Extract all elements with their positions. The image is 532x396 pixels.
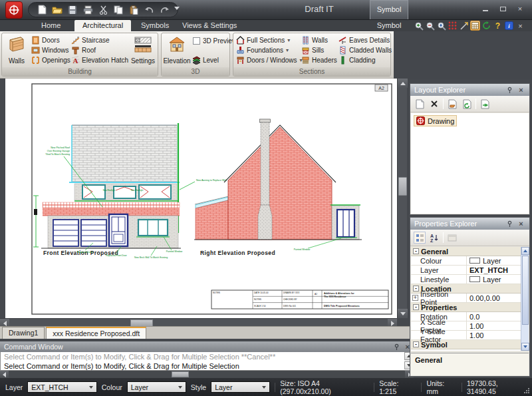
property-row-insertion-point[interactable]: +Insertion Point 0.00,0.00 <box>411 294 529 303</box>
view-toolbar: ? i × <box>414 21 525 31</box>
level-button[interactable]: Level <box>191 55 229 65</box>
calculator-pad-icon[interactable] <box>470 21 480 31</box>
delete-layout-icon[interactable] <box>428 98 440 110</box>
svg-text:DRAWN BY XXX: DRAWN BY XXX <box>283 292 300 294</box>
doc-tab-drawing1[interactable]: Drawing1 <box>2 327 45 339</box>
property-row-linestyle[interactable]: Linestyle Layer <box>411 275 529 284</box>
new-document-icon[interactable] <box>37 5 47 15</box>
ribbon: Walls Doors Windows Openings Staircase R… <box>0 31 532 79</box>
elevation-hatch-button[interactable]: AElevation Hatch <box>70 55 130 65</box>
cut-icon[interactable] <box>98 5 108 15</box>
section-general[interactable]: -General <box>411 247 529 256</box>
canvas-vertical-scrollbar[interactable] <box>397 79 407 318</box>
alphabetical-sort-icon[interactable]: AZ <box>428 232 440 244</box>
cladded-walls-button[interactable]: Cladded Walls <box>337 45 390 55</box>
walls-section-icon <box>301 36 310 45</box>
staircase-button[interactable]: Staircase <box>70 35 130 45</box>
symbol-context-tab[interactable]: Symbol <box>370 0 408 19</box>
pin-icon[interactable] <box>505 87 514 94</box>
import-layout-icon[interactable] <box>446 98 458 110</box>
close-icon[interactable]: × <box>517 220 525 228</box>
svg-text:New Pitched Roof: New Pitched Roof <box>51 146 70 149</box>
snap-icon[interactable] <box>459 21 469 31</box>
command-output[interactable]: Select Command or Item(s) to Modify, Cli… <box>0 352 414 371</box>
close-button[interactable]: × <box>513 4 527 13</box>
command-window: Command Window × Select Command or Item(… <box>0 341 414 378</box>
style-dropdown[interactable]: Layer <box>211 381 270 393</box>
property-row-colour[interactable]: Colour Layer <box>411 256 529 266</box>
grid-icon[interactable] <box>448 21 458 31</box>
section-symbol[interactable]: -Symbol <box>411 340 529 349</box>
windows-button[interactable]: Windows <box>30 45 70 55</box>
3d-preview-checkbox[interactable]: 3D Preview <box>191 35 229 46</box>
tab-views-settings[interactable]: Views & Settings <box>174 20 245 31</box>
full-sections-button[interactable]: Full Sections▾ <box>235 35 300 45</box>
property-row-y-scale[interactable]: Y Scale Factor 1.00 <box>411 331 529 340</box>
redo-icon[interactable] <box>159 5 170 15</box>
scroll-up-button[interactable] <box>398 79 408 88</box>
open-folder-icon[interactable] <box>52 5 63 15</box>
walls-button[interactable]: Walls <box>3 35 30 66</box>
zoom-out-icon[interactable] <box>425 21 435 31</box>
property-pages-icon[interactable] <box>446 232 458 244</box>
tab-architectural[interactable]: Architectural <box>74 20 131 31</box>
categorized-view-icon[interactable] <box>414 232 426 244</box>
colour-dropdown[interactable]: Layer <box>127 381 186 393</box>
property-row-layer[interactable]: Layer EXT_HTCH <box>411 266 529 275</box>
properties-scrollbar[interactable] <box>521 247 529 351</box>
openings-button[interactable]: Openings <box>30 55 70 65</box>
vertical-scroll-thumb[interactable] <box>398 177 407 196</box>
sills-button[interactable]: Sills <box>300 45 337 55</box>
section-properties[interactable]: -Properties <box>411 303 529 312</box>
minimize-button[interactable] <box>479 4 492 13</box>
print-icon[interactable] <box>82 5 93 15</box>
scroll-down-button[interactable] <box>398 309 408 318</box>
layer-dropdown[interactable]: EXT_HTCH <box>27 381 97 393</box>
eaves-details-button[interactable]: Eaves Details <box>337 35 390 45</box>
elevation-button[interactable]: Elevation <box>163 35 191 66</box>
settings-button[interactable]: Settings <box>130 35 156 66</box>
foundations-button[interactable]: Foundations▾ <box>235 45 300 55</box>
properties-scroll-thumb[interactable] <box>522 256 529 325</box>
new-layout-icon[interactable] <box>414 98 426 110</box>
cladding-button[interactable]: Cladding <box>337 55 390 65</box>
property-description: General <box>411 353 529 375</box>
refresh-icon[interactable] <box>481 21 491 31</box>
tab-home[interactable]: Home <box>33 20 68 31</box>
help-icon[interactable]: ? <box>493 21 503 31</box>
dimension-text <box>34 209 37 215</box>
roof-button[interactable]: Roof <box>70 45 130 55</box>
info-icon[interactable]: i <box>504 21 514 31</box>
save-icon[interactable] <box>67 5 78 15</box>
refresh-layout-icon[interactable] <box>461 98 473 110</box>
paste-icon[interactable] <box>128 5 139 15</box>
tab-symbols[interactable]: Symbols <box>133 20 177 31</box>
command-scroll-thumb[interactable] <box>172 371 189 377</box>
doors-windows-button[interactable]: Doors / Windows▾ <box>235 55 300 65</box>
layout-item-drawing[interactable]: Drawing <box>414 115 457 126</box>
maximize-button[interactable] <box>496 4 509 13</box>
quick-access-dropdown-icon[interactable] <box>174 7 180 10</box>
svg-text:DATE 10.05.00: DATE 10.05.00 <box>254 292 269 294</box>
application-menu-button[interactable] <box>5 1 23 19</box>
doc-tab-residence[interactable]: xxx Residence Proposed.dft <box>46 327 146 339</box>
full-sections-icon <box>236 36 245 45</box>
drawing-canvas[interactable]: A2 Ne <box>5 79 397 318</box>
doors-button[interactable]: Doors <box>30 35 70 45</box>
walls-section-button[interactable]: Walls <box>300 35 337 45</box>
pin-icon[interactable] <box>505 220 514 228</box>
copy-icon[interactable] <box>113 5 124 15</box>
ribbon-tab-row: Home Architectural Symbols Views & Setti… <box>0 20 532 31</box>
undo-icon[interactable] <box>144 5 154 15</box>
export-layout-icon[interactable] <box>479 98 491 110</box>
zoom-extents-icon[interactable] <box>436 21 446 31</box>
zoom-in-icon[interactable] <box>414 21 424 31</box>
close-panel-icon[interactable]: × <box>515 21 525 31</box>
headers-button[interactable]: Headers <box>300 55 337 65</box>
layout-explorer-toolbar <box>410 96 529 112</box>
resize-grip[interactable] <box>523 387 530 394</box>
pin-icon[interactable] <box>393 343 400 351</box>
command-horizontal-scrollbar[interactable] <box>0 371 414 378</box>
svg-text:DWG No 001: DWG No 001 <box>283 305 296 307</box>
close-icon[interactable]: × <box>517 86 525 94</box>
